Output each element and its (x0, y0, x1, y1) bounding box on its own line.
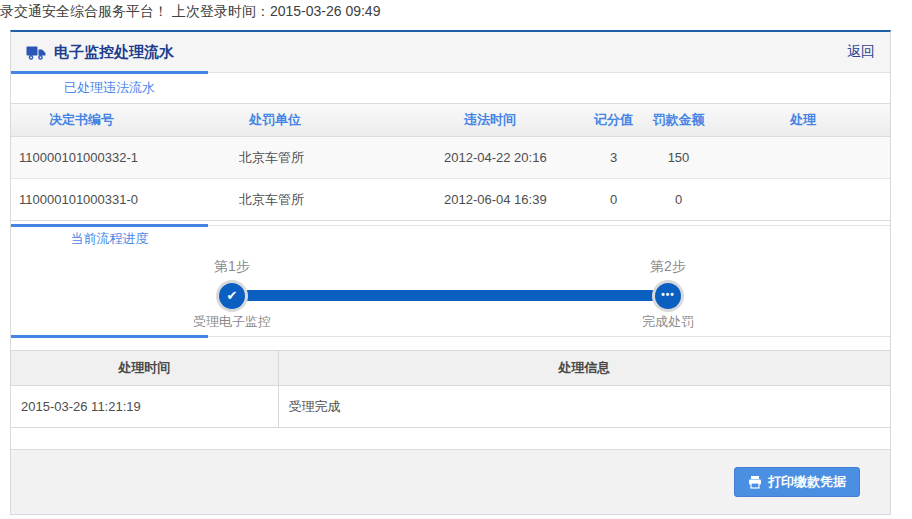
table-row: 2015-03-26 11:21:19 受理完成 (11, 386, 890, 428)
cell-time: 2012-06-04 16:39 (436, 179, 586, 221)
panel-footer: 打印缴款凭据 (11, 449, 890, 514)
main-panel: 电子监控处理流水 返回 已处理违法流水 决定书编号 处罚单位 违法时间 记分值 … (10, 30, 891, 515)
col-header-unit: 处罚单位 (231, 104, 436, 137)
cell-fine: 0 (641, 179, 716, 221)
cell-unit: 北京车管所 (231, 137, 436, 179)
step2-name: 完成处罚 (588, 313, 748, 331)
col-header-time: 违法时间 (436, 104, 586, 137)
page-title: 电子监控处理流水 (54, 43, 174, 62)
progress-bar (232, 290, 668, 301)
panel-header: 电子监控处理流水 返回 (11, 32, 890, 72)
table-row: 110000101000332-1 北京车管所 2012-04-22 20:16… (11, 137, 890, 179)
col-header-process-info: 处理信息 (278, 351, 890, 386)
progress-steps: 第1步 第2步 ✔ ••• 受理电子监控 完成处罚 (11, 252, 890, 334)
violations-header-row: 决定书编号 处罚单位 违法时间 记分值 罚款金额 处理 (11, 104, 890, 137)
active-tab-indicator (11, 224, 208, 227)
process-log-strip (11, 336, 890, 339)
col-header-points: 记分值 (586, 104, 641, 137)
cell-action (716, 179, 890, 221)
col-header-decision-no: 决定书编号 (11, 104, 231, 137)
cell-time: 2012-04-22 20:16 (436, 137, 586, 179)
check-icon: ✔ (219, 283, 245, 309)
cell-decision-no: 110000101000331-0 (11, 179, 231, 221)
col-header-action: 处理 (716, 104, 890, 137)
processed-tab-strip: 已处理违法流水 (11, 72, 890, 103)
truck-icon (26, 44, 46, 61)
printer-icon (748, 475, 762, 489)
back-link[interactable]: 返回 (847, 43, 875, 61)
ellipsis-icon: ••• (655, 283, 681, 309)
cell-process-time: 2015-03-26 11:21:19 (11, 386, 278, 428)
progress-tab-strip: 当前流程进度 (11, 225, 890, 252)
col-header-process-time: 处理时间 (11, 351, 278, 386)
active-tab-indicator (11, 335, 208, 338)
step1-label: 第1步 (172, 258, 292, 276)
step2-label: 第2步 (608, 258, 728, 276)
print-receipt-button[interactable]: 打印缴款凭据 (734, 467, 860, 497)
cell-decision-no: 110000101000332-1 (11, 137, 231, 179)
cell-process-info: 受理完成 (278, 386, 890, 428)
cell-points: 3 (586, 137, 641, 179)
process-log-table: 处理时间 处理信息 2015-03-26 11:21:19 受理完成 (11, 350, 890, 428)
welcome-status-text: 录交通安全综合服务平台！ 上次登录时间：2015-03-26 09:49 (0, 0, 912, 21)
cell-unit: 北京车管所 (231, 179, 436, 221)
tab-current-progress[interactable]: 当前流程进度 (11, 226, 208, 252)
cell-points: 0 (586, 179, 641, 221)
step1-name: 受理电子监控 (152, 313, 312, 331)
tab-processed-violations[interactable]: 已处理违法流水 (11, 73, 208, 103)
table-row: 110000101000331-0 北京车管所 2012-06-04 16:39… (11, 179, 890, 221)
violations-table: 决定书编号 处罚单位 违法时间 记分值 罚款金额 处理 110000101000… (11, 103, 890, 221)
process-header-row: 处理时间 处理信息 (11, 351, 890, 386)
print-button-label: 打印缴款凭据 (768, 473, 846, 491)
cell-action (716, 137, 890, 179)
cell-fine: 150 (641, 137, 716, 179)
col-header-fine: 罚款金额 (641, 104, 716, 137)
active-tab-indicator (11, 71, 208, 74)
